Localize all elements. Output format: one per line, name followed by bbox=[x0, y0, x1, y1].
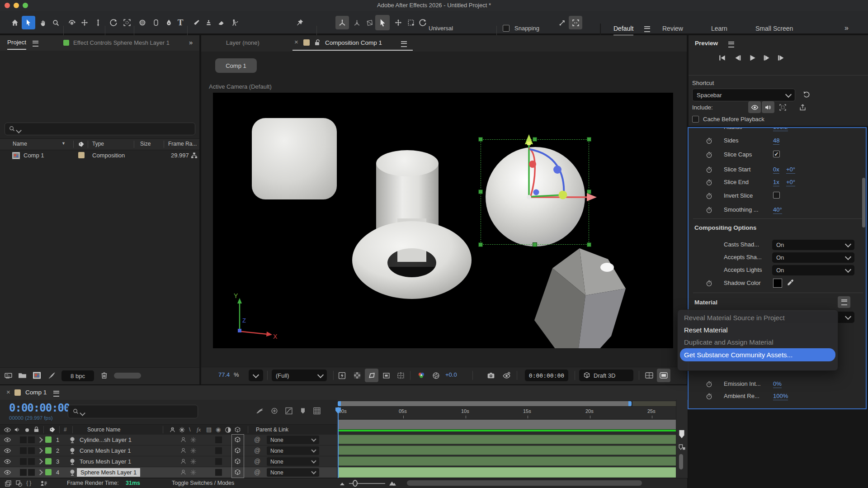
collapse-switch-icon[interactable] bbox=[190, 469, 197, 476]
shy-switch-icon[interactable] bbox=[180, 458, 187, 465]
layer-row-1[interactable]: 1 Cylinde...sh Layer 1 @ None bbox=[0, 435, 337, 445]
timeline-tab-comp1[interactable]: Comp 1 bbox=[25, 389, 47, 396]
play-icon[interactable] bbox=[748, 54, 756, 62]
snapping-label[interactable]: Snapping bbox=[514, 25, 539, 32]
graph-editor-icon[interactable] bbox=[285, 407, 293, 415]
stopwatch-icon[interactable] bbox=[705, 151, 713, 159]
cone-mesh-object[interactable] bbox=[531, 246, 628, 348]
shy-switch-icon[interactable] bbox=[180, 447, 187, 454]
layer-row-2[interactable]: 2 Cone Mesh Layer 1 @ None bbox=[0, 445, 337, 456]
stopwatch-icon[interactable] bbox=[705, 380, 713, 388]
smoothing-value[interactable]: 40° bbox=[773, 206, 782, 214]
region-of-interest-button[interactable] bbox=[379, 369, 393, 382]
mini-flowchart-icon[interactable] bbox=[255, 407, 264, 415]
collapse-column-icon[interactable] bbox=[179, 426, 185, 433]
quality-column-icon[interactable]: \ bbox=[189, 426, 191, 433]
selection-handle[interactable] bbox=[478, 137, 483, 142]
render-pipeline-icon[interactable] bbox=[40, 480, 47, 487]
menu-item-get-substance-assets[interactable]: Get Substance Community Assets... bbox=[680, 348, 835, 361]
include-video-toggle[interactable] bbox=[748, 101, 761, 113]
universal-gizmo-tool[interactable] bbox=[416, 16, 429, 29]
selection-handle[interactable] bbox=[478, 242, 483, 247]
time-navigator-bar[interactable] bbox=[338, 401, 632, 406]
layer-name-selected[interactable]: Sphere Mesh Layer 1 bbox=[77, 468, 140, 477]
stopwatch-icon[interactable] bbox=[705, 178, 713, 186]
menu-item-reset-material[interactable]: Reset Material bbox=[678, 324, 838, 336]
cube-3d-column-icon[interactable] bbox=[234, 426, 241, 433]
selection-tool[interactable] bbox=[22, 16, 35, 29]
renderer-options-button[interactable] bbox=[657, 369, 670, 382]
shape-tool[interactable] bbox=[136, 16, 149, 29]
transfer-controls-icon[interactable] bbox=[15, 480, 23, 487]
material-options-button[interactable] bbox=[838, 296, 850, 308]
frame-blend-column-icon[interactable]: ▤ bbox=[206, 426, 212, 433]
shortcut-dropdown[interactable]: Spacebar bbox=[692, 89, 795, 101]
eye-icon[interactable] bbox=[4, 447, 11, 454]
include-audio-toggle[interactable] bbox=[762, 101, 774, 113]
playhead-head[interactable] bbox=[335, 407, 341, 414]
viewer-panel-menu-icon[interactable] bbox=[401, 41, 407, 47]
tab-project[interactable]: Project bbox=[7, 39, 26, 50]
timeline-zoom-slider-knob[interactable] bbox=[353, 480, 358, 487]
sides-value[interactable]: 48 bbox=[773, 137, 779, 145]
navigator-end-handle[interactable] bbox=[628, 401, 632, 406]
pickwhip-icon[interactable]: @ bbox=[254, 458, 260, 465]
torus-mesh-object[interactable] bbox=[349, 218, 475, 304]
expand-layer-chevron-icon[interactable] bbox=[37, 469, 43, 475]
guides-button[interactable] bbox=[394, 369, 407, 382]
comp-marker-bin-icon[interactable] bbox=[678, 430, 685, 439]
shy-switch-icon[interactable] bbox=[180, 469, 187, 476]
zoom-in-mountain-icon[interactable] bbox=[389, 480, 397, 487]
parent-dropdown[interactable]: None bbox=[267, 468, 319, 477]
casts-shadows-dropdown[interactable]: On bbox=[772, 240, 854, 250]
grid-options-icon[interactable] bbox=[313, 407, 321, 415]
column-size[interactable]: Size bbox=[140, 141, 151, 147]
timeline-vertical-scrollbar[interactable] bbox=[679, 454, 683, 469]
expand-layer-chevron-icon[interactable] bbox=[37, 459, 43, 464]
comp-marker-add-icon[interactable] bbox=[678, 443, 685, 451]
zoom-value[interactable]: 77.4 bbox=[218, 371, 230, 378]
stopwatch-icon[interactable] bbox=[705, 279, 713, 287]
effects-column-icon[interactable]: fx bbox=[197, 426, 201, 433]
new-composition-icon[interactable] bbox=[33, 371, 41, 379]
tab-layer-none[interactable]: Layer (none) bbox=[226, 39, 259, 46]
close-timeline-tab-icon[interactable]: × bbox=[6, 388, 10, 396]
adjustment-icon[interactable] bbox=[48, 371, 56, 379]
move-tool-3d[interactable] bbox=[392, 16, 405, 29]
gizmo-view-axis-mode[interactable] bbox=[363, 16, 376, 29]
orbit-camera-tool[interactable] bbox=[65, 16, 79, 29]
eye-icon[interactable] bbox=[4, 436, 11, 443]
workspace-tab-learn[interactable]: Learn bbox=[711, 25, 727, 32]
marker-icon[interactable] bbox=[299, 407, 307, 415]
zoom-out-mountain-icon[interactable] bbox=[339, 481, 345, 486]
snap-focus-button[interactable] bbox=[569, 16, 582, 29]
universal-label[interactable]: Universal bbox=[429, 25, 453, 32]
track-camera-tool[interactable] bbox=[120, 16, 134, 29]
interpret-footage-icon[interactable] bbox=[5, 372, 14, 379]
stopwatch-icon[interactable] bbox=[705, 166, 713, 174]
draft-quality-icon[interactable] bbox=[270, 407, 278, 415]
layer-row-3[interactable]: 3 Torus Mesh Layer 1 @ None bbox=[0, 456, 337, 467]
shadow-color-swatch[interactable] bbox=[773, 279, 782, 288]
invert-slice-checkbox[interactable] bbox=[773, 192, 780, 199]
brush-tool[interactable] bbox=[189, 16, 203, 29]
gizmo-local-axis-mode[interactable] bbox=[335, 16, 349, 29]
parent-dropdown[interactable]: None bbox=[267, 436, 319, 444]
type-tool[interactable]: T bbox=[174, 16, 187, 29]
project-search-input[interactable] bbox=[5, 123, 195, 135]
emission-intensity-value[interactable]: 0% bbox=[773, 380, 782, 388]
parent-link-column-header[interactable]: Parent & Link bbox=[256, 426, 288, 433]
expand-layer-chevron-icon[interactable] bbox=[37, 448, 43, 454]
cube-3d-switch-icon[interactable] bbox=[234, 436, 241, 443]
transparency-grid-button[interactable] bbox=[350, 369, 364, 382]
properties-scrollbar[interactable] bbox=[862, 178, 865, 227]
lock-column-icon[interactable] bbox=[33, 426, 39, 433]
timeline-panel-menu-icon[interactable] bbox=[53, 391, 59, 397]
unlock-icon[interactable] bbox=[314, 39, 321, 46]
layer-label-swatch[interactable] bbox=[45, 447, 52, 454]
slice-start-revolutions[interactable]: 0x bbox=[773, 166, 779, 174]
shy-column-icon[interactable] bbox=[169, 426, 176, 433]
roundrect-tool[interactable] bbox=[149, 16, 163, 29]
export-frame-button[interactable] bbox=[796, 101, 809, 113]
magnification-dropdown[interactable] bbox=[249, 370, 263, 381]
